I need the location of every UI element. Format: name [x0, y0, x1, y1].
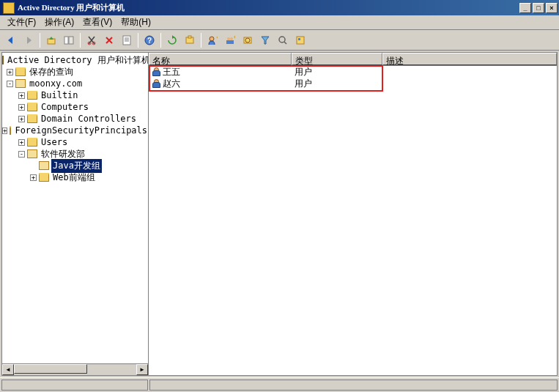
- scroll-thumb[interactable]: [14, 364, 87, 374]
- svg-text:✦: ✦: [233, 35, 235, 40]
- console-root-icon: [2, 56, 4, 64]
- column-desc[interactable]: 描述: [382, 53, 557, 65]
- folder-icon: [27, 114, 37, 123]
- expander-icon[interactable]: +: [18, 104, 25, 111]
- list-row[interactable]: 王五 用户: [149, 66, 557, 78]
- tree-computers[interactable]: + Computers: [2, 101, 148, 113]
- svg-point-13: [210, 37, 214, 41]
- folder-icon: [27, 91, 37, 100]
- tree-builtin[interactable]: + Builtin: [2, 89, 148, 101]
- tree-label: ForeignSecurityPrincipals: [13, 125, 148, 136]
- list-body[interactable]: 王五 用户 赵六 用户: [149, 66, 557, 375]
- tree-label: Builtin: [40, 89, 80, 101]
- svg-rect-17: [226, 40, 234, 44]
- new-ou-button[interactable]: [240, 32, 256, 48]
- minimize-button[interactable]: _: [519, 3, 531, 13]
- menubar: 文件(F) 操作(A) 查看(V) 帮助(H): [0, 15, 559, 30]
- tree-fsp[interactable]: + ForeignSecurityPrincipals: [2, 125, 148, 136]
- tree[interactable]: Active Directory 用户和计算机 + 保存的查询 - moonxy…: [2, 53, 148, 185]
- forward-button[interactable]: [21, 32, 37, 48]
- cell-name: 赵六: [163, 78, 180, 90]
- svg-point-21: [279, 37, 285, 42]
- back-button[interactable]: [3, 32, 19, 48]
- svg-rect-0: [48, 39, 55, 44]
- tree-label: Computers: [40, 101, 90, 113]
- cell-name: 王五: [163, 66, 180, 78]
- svg-rect-24: [298, 38, 300, 40]
- refresh-button[interactable]: [164, 32, 180, 48]
- main-area: Active Directory 用户和计算机 + 保存的查询 - moonxy…: [1, 52, 558, 376]
- svg-rect-1: [64, 37, 68, 44]
- window-title: Active Directory 用户和计算机: [18, 2, 519, 13]
- cut-button[interactable]: [84, 32, 100, 48]
- tree-web-group[interactable]: + Web前端组: [2, 171, 148, 183]
- maximize-button[interactable]: □: [533, 3, 544, 13]
- svg-rect-5: [123, 36, 130, 45]
- expander-icon[interactable]: -: [18, 151, 25, 158]
- list-pane: 名称 类型 描述 王五 用户 赵六 用户: [149, 53, 557, 375]
- tree-domain-controllers[interactable]: + Domain Controllers: [2, 113, 148, 125]
- app-icon: [3, 2, 15, 14]
- scroll-left-button[interactable]: ◄: [2, 364, 14, 375]
- expander-icon[interactable]: +: [18, 139, 25, 146]
- expander-icon[interactable]: +: [30, 174, 37, 181]
- filter-button[interactable]: [257, 32, 273, 48]
- folder-icon: [27, 103, 37, 111]
- tree-label: Domain Controllers: [40, 113, 138, 125]
- container-button[interactable]: [182, 32, 198, 48]
- toolbar: ? ✦ ✦: [0, 30, 559, 51]
- find-button[interactable]: [275, 32, 291, 48]
- add-criteria-button[interactable]: [292, 32, 308, 48]
- expander-icon[interactable]: +: [18, 92, 25, 99]
- folder-icon: [15, 67, 26, 76]
- column-type[interactable]: 类型: [292, 53, 382, 65]
- ou-icon: [27, 149, 37, 158]
- expander-icon[interactable]: +: [7, 69, 13, 75]
- expander-icon[interactable]: +: [2, 127, 7, 134]
- user-icon: [152, 67, 160, 76]
- menu-file[interactable]: 文件(F): [3, 15, 40, 30]
- menu-view[interactable]: 查看(V): [78, 15, 116, 30]
- svg-text:✦: ✦: [215, 35, 218, 41]
- tree-saved-queries[interactable]: + 保存的查询: [2, 66, 148, 78]
- show-hide-button[interactable]: [61, 32, 77, 48]
- svg-line-22: [284, 42, 286, 44]
- menu-action[interactable]: 操作(A): [40, 15, 78, 30]
- menu-help[interactable]: 帮助(H): [116, 15, 155, 30]
- tree-root[interactable]: Active Directory 用户和计算机: [2, 54, 148, 66]
- close-button[interactable]: ×: [546, 3, 558, 13]
- statusbar: [0, 377, 559, 392]
- folder-icon: [27, 138, 37, 147]
- ou-icon: [39, 173, 49, 182]
- list-header: 名称 类型 描述: [149, 53, 557, 66]
- expander-icon[interactable]: -: [7, 81, 13, 87]
- tree-scrollbar[interactable]: ◄ ►: [2, 363, 148, 375]
- folder-icon: [10, 126, 11, 135]
- status-left: [1, 380, 148, 391]
- list-row[interactable]: 赵六 用户: [149, 78, 557, 89]
- tree-pane: Active Directory 用户和计算机 + 保存的查询 - moonxy…: [2, 53, 149, 375]
- tree-label: moonxy.com: [28, 78, 84, 89]
- scroll-right-button[interactable]: ►: [136, 364, 148, 375]
- new-user-button[interactable]: ✦: [204, 32, 221, 48]
- titlebar: Active Directory 用户和计算机 _ □ ×: [0, 0, 559, 15]
- status-right: [149, 380, 558, 391]
- properties-button[interactable]: [119, 32, 135, 48]
- cell-type: 用户: [292, 66, 382, 78]
- tree-label: 保存的查询: [28, 65, 75, 79]
- column-name[interactable]: 名称: [149, 53, 292, 65]
- svg-text:?: ?: [147, 37, 152, 45]
- help-button[interactable]: ?: [141, 32, 158, 48]
- domain-icon: [15, 79, 26, 88]
- svg-rect-2: [69, 37, 73, 44]
- expander-icon[interactable]: +: [18, 116, 25, 122]
- tree-domain[interactable]: - moonxy.com: [2, 78, 148, 89]
- delete-button[interactable]: [101, 32, 117, 48]
- scroll-track[interactable]: [14, 364, 136, 375]
- up-button[interactable]: [43, 32, 59, 48]
- svg-point-15: [227, 37, 230, 40]
- new-group-button[interactable]: ✦: [222, 32, 238, 48]
- tree-label: Web前端组: [51, 171, 97, 185]
- user-icon: [152, 79, 160, 88]
- cell-type: 用户: [292, 78, 382, 90]
